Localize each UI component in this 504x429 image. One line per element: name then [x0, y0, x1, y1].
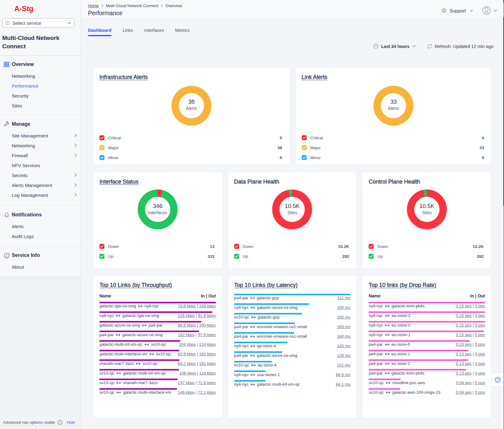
svg-text:?: ?	[497, 378, 499, 381]
